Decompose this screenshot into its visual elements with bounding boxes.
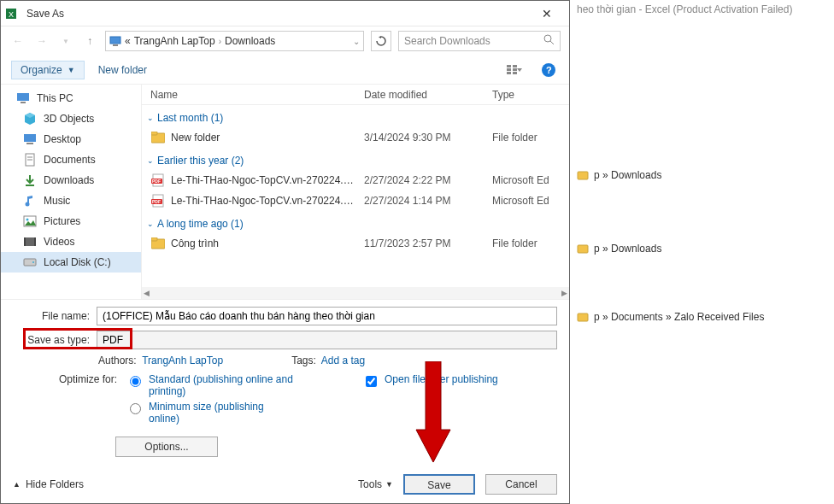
scroll-right-icon[interactable]: ▶ xyxy=(561,289,567,297)
disk-icon xyxy=(23,255,37,269)
pdf-icon: PDF xyxy=(150,193,166,208)
optimize-label: Optimize for: xyxy=(59,373,117,385)
bg-titlebar-text: heo thời gian - Excel (Product Activatio… xyxy=(570,0,834,19)
forward-button[interactable]: → xyxy=(33,32,50,50)
radio-standard[interactable] xyxy=(130,376,141,387)
savetype-label: Save as type: xyxy=(13,334,90,346)
hide-folders-button[interactable]: ▲ Hide Folders xyxy=(13,478,84,490)
sidebar-item-label: Downloads xyxy=(44,174,94,186)
folder-icon xyxy=(150,130,166,145)
recent-nav-dropdown[interactable]: ▼ xyxy=(57,32,74,50)
filename-label: File name: xyxy=(13,310,90,322)
titlebar: X Save As ✕ xyxy=(1,1,569,26)
file-type: File folder xyxy=(492,237,569,249)
svg-rect-2 xyxy=(578,314,588,321)
group-label: Earlier this year (2) xyxy=(157,155,244,167)
crumb-seg1[interactable]: TrangAnh LapTop xyxy=(134,35,215,47)
svg-rect-18 xyxy=(21,102,26,103)
up-button[interactable]: ↑ xyxy=(81,32,98,50)
organize-button[interactable]: Organize ▼ xyxy=(11,61,85,79)
file-row[interactable]: Công trình11/7/2023 2:57 PMFile folder xyxy=(142,233,569,254)
svg-rect-28 xyxy=(24,237,36,246)
file-date: 3/14/2024 9:30 PM xyxy=(364,132,492,144)
sidebar-item-music[interactable]: Music xyxy=(1,190,141,211)
svg-rect-30 xyxy=(34,237,36,246)
sidebar-item-label: This PC xyxy=(37,92,73,104)
close-button[interactable]: ✕ xyxy=(530,7,564,21)
authors-value[interactable]: TrangAnh LapTop xyxy=(142,355,223,366)
svg-rect-5 xyxy=(110,37,120,44)
file-date: 2/27/2024 1:14 PM xyxy=(364,195,492,207)
radio-standard-label: Standard (publishing online and printing… xyxy=(149,373,294,397)
bg-recent-3: p » Documents » Zalo Received Files xyxy=(570,308,834,326)
sidebar-item-downloads[interactable]: Downloads xyxy=(1,170,141,190)
savetype-input[interactable] xyxy=(97,331,557,349)
breadcrumb-bar[interactable]: « TrangAnh LapTop › Downloads ⌄ xyxy=(105,31,364,51)
sidebar-item-desktop[interactable]: Desktop xyxy=(1,129,141,149)
file-type: File folder xyxy=(492,132,569,144)
authors-label: Authors: xyxy=(98,355,137,366)
col-name[interactable]: Name xyxy=(150,89,364,101)
svg-rect-12 xyxy=(513,65,517,67)
group-header[interactable]: ⌄Earlier this year (2) xyxy=(142,148,569,170)
back-button[interactable]: ← xyxy=(9,32,26,50)
svg-rect-0 xyxy=(578,172,588,179)
sidebar-item-label: Music xyxy=(44,195,70,207)
svg-text:X: X xyxy=(9,10,14,19)
options-button[interactable]: Options... xyxy=(115,437,218,457)
file-row[interactable]: PDFLe-Thi-THao-Ngoc-TopCV.vn-270224.130.… xyxy=(142,190,569,211)
file-name: New folder xyxy=(171,132,364,144)
sidebar-item-3d-objects[interactable]: 3D Objects xyxy=(1,108,141,129)
pdf-icon: PDF xyxy=(150,173,166,188)
pic-icon xyxy=(23,214,37,228)
chevron-down-icon[interactable]: ⌄ xyxy=(353,37,360,46)
sidebar-item-this-pc[interactable]: This PC xyxy=(1,88,141,108)
chevron-down-icon: ▼ xyxy=(68,66,75,74)
scroll-left-icon[interactable]: ◀ xyxy=(144,289,150,297)
sidebar-item-documents[interactable]: Documents xyxy=(1,149,141,170)
svg-rect-20 xyxy=(26,143,33,144)
search-placeholder: Search Downloads xyxy=(404,35,490,47)
radio-minimum[interactable] xyxy=(130,403,141,414)
svg-line-8 xyxy=(550,41,554,44)
file-row[interactable]: New folder3/14/2024 9:30 PMFile folder xyxy=(142,127,569,148)
new-folder-button[interactable]: New folder xyxy=(98,64,147,76)
col-date[interactable]: Date modified xyxy=(364,89,492,101)
bg-recent-2: p » Downloads xyxy=(570,239,834,258)
sidebar-item-pictures[interactable]: Pictures xyxy=(1,211,141,231)
cancel-button[interactable]: Cancel xyxy=(485,474,557,495)
crumb-seg2[interactable]: Downloads xyxy=(225,35,275,47)
tags-value[interactable]: Add a tag xyxy=(321,355,365,366)
file-type: Microsoft Ed xyxy=(492,174,569,186)
col-type[interactable]: Type xyxy=(492,89,569,101)
pc-icon xyxy=(16,91,30,105)
svg-rect-13 xyxy=(513,68,517,71)
refresh-button[interactable] xyxy=(371,31,391,51)
toolbar: Organize ▼ New folder ? xyxy=(1,56,569,85)
save-as-dialog: X Save As ✕ ← → ▼ ↑ « TrangAnh LapTop › … xyxy=(0,0,570,504)
svg-rect-42 xyxy=(151,237,157,241)
checkbox-open-after[interactable] xyxy=(366,376,377,387)
search-input[interactable]: Search Downloads xyxy=(398,31,561,51)
sidebar-item-videos[interactable]: Videos xyxy=(1,231,141,252)
group-header[interactable]: ⌄Last month (1) xyxy=(142,105,569,127)
file-row[interactable]: PDFLe-Thi-THao-Ngoc-TopCV.vn-270224.141.… xyxy=(142,170,569,190)
sidebar-item-local-disk-c-[interactable]: Local Disk (C:) xyxy=(1,252,141,273)
crumb-up: « xyxy=(125,35,131,47)
navigation-bar: ← → ▼ ↑ « TrangAnh LapTop › Downloads ⌄ … xyxy=(1,26,569,56)
group-header[interactable]: ⌄A long time ago (1) xyxy=(142,211,569,233)
horizontal-scrollbar[interactable]: ◀ ▶ xyxy=(142,287,569,299)
svg-text:PDF: PDF xyxy=(152,199,161,204)
svg-rect-9 xyxy=(507,65,511,67)
checkbox-open-after-label: Open file after publishing xyxy=(385,373,498,385)
view-mode-button[interactable] xyxy=(504,62,525,79)
help-button[interactable]: ? xyxy=(538,62,559,79)
tools-dropdown[interactable]: Tools ▼ xyxy=(358,478,393,490)
form-area: File name: Save as type: Authors: TrangA… xyxy=(1,299,569,466)
svg-rect-6 xyxy=(113,44,118,46)
svg-point-32 xyxy=(32,261,34,263)
save-button[interactable]: Save xyxy=(403,474,475,495)
svg-rect-19 xyxy=(24,134,36,142)
filename-input[interactable] xyxy=(97,307,557,325)
svg-text:PDF: PDF xyxy=(152,179,161,184)
